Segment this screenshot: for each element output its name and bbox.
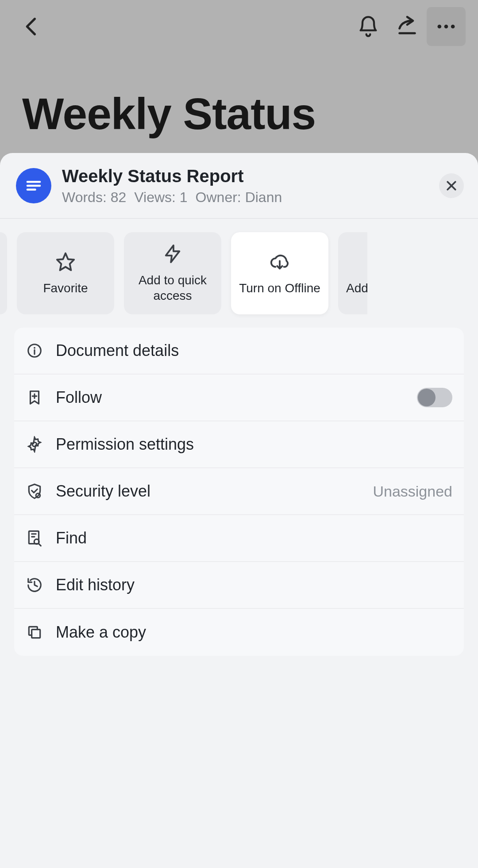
menu-make-copy[interactable]: Make a copy bbox=[14, 609, 464, 656]
menu-permission-settings[interactable]: Permission settings bbox=[14, 421, 464, 468]
menu-find[interactable]: Find bbox=[14, 515, 464, 562]
meta-owner: Owner: Diann bbox=[196, 189, 282, 206]
meta-words: Words: 82 bbox=[62, 189, 126, 206]
shield-icon bbox=[26, 482, 43, 500]
tile-label: Add to quick access bbox=[129, 272, 216, 303]
info-icon bbox=[26, 342, 43, 359]
svg-marker-10 bbox=[166, 245, 180, 262]
follow-toggle[interactable] bbox=[417, 388, 452, 407]
close-button[interactable] bbox=[439, 173, 464, 198]
tile-favorite[interactable]: Favorite bbox=[17, 232, 114, 314]
menu-label: Security level bbox=[56, 482, 360, 501]
find-in-page-icon bbox=[26, 529, 43, 547]
tile-label: Add bbox=[346, 280, 368, 296]
sheet-header: Weekly Status Report Words: 82 Views: 1 … bbox=[0, 153, 478, 219]
document-type-icon bbox=[16, 168, 51, 203]
tile-quick-access[interactable]: Add to quick access bbox=[124, 232, 221, 314]
menu-label: Follow bbox=[56, 388, 405, 407]
star-icon bbox=[55, 251, 76, 272]
menu-label: Permission settings bbox=[56, 435, 452, 454]
svg-line-23 bbox=[39, 544, 41, 546]
security-level-value: Unassigned bbox=[373, 483, 452, 500]
tile-offline[interactable]: Turn on Offline bbox=[231, 232, 328, 314]
svg-marker-9 bbox=[57, 253, 74, 270]
history-icon bbox=[26, 576, 43, 594]
close-icon bbox=[445, 179, 458, 192]
bookmark-plus-icon bbox=[26, 389, 43, 406]
tile-partial-right[interactable]: Add bbox=[338, 232, 367, 314]
tile-label: Turn on Offline bbox=[239, 280, 320, 296]
tile-partial-left[interactable] bbox=[0, 232, 7, 314]
menu-follow[interactable]: Follow bbox=[14, 375, 464, 421]
svg-point-14 bbox=[34, 347, 35, 349]
sheet-meta: Words: 82 Views: 1 Owner: Diann bbox=[62, 189, 428, 206]
action-sheet: Weekly Status Report Words: 82 Views: 1 … bbox=[0, 153, 478, 868]
menu-security-level[interactable]: Security level Unassigned bbox=[14, 468, 464, 515]
menu-edit-history[interactable]: Edit history bbox=[14, 562, 464, 609]
svg-rect-24 bbox=[32, 630, 40, 638]
meta-views: Views: 1 bbox=[134, 189, 187, 206]
cloud-download-icon bbox=[269, 251, 290, 272]
copy-icon bbox=[26, 623, 43, 641]
quick-actions-row: Favorite Add to quick access Turn on Off… bbox=[0, 219, 478, 328]
menu-document-details[interactable]: Document details bbox=[14, 328, 464, 375]
menu-label: Find bbox=[56, 529, 452, 547]
menu-label: Make a copy bbox=[56, 623, 452, 642]
sheet-title: Weekly Status Report bbox=[62, 165, 428, 187]
gear-icon bbox=[26, 436, 43, 453]
tile-label: Favorite bbox=[43, 280, 88, 296]
sheet-menu: Document details Follow Permission setti… bbox=[14, 328, 464, 656]
menu-label: Document details bbox=[56, 341, 452, 360]
bolt-icon bbox=[162, 243, 183, 264]
menu-label: Edit history bbox=[56, 576, 452, 594]
